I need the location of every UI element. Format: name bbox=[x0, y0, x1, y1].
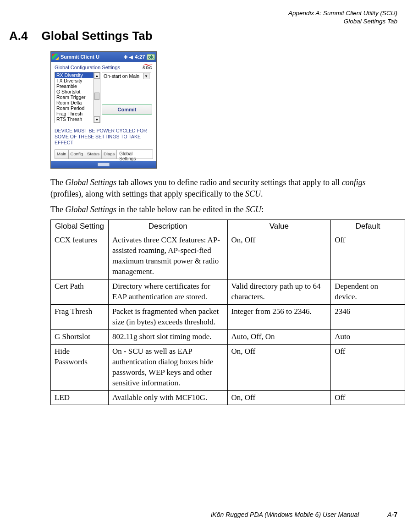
ok-button[interactable]: ok bbox=[147, 54, 155, 60]
table-cell: Hide Passwords bbox=[51, 344, 109, 390]
global-settings-list[interactable]: RX Diversity TX Diversity Preamble G Sho… bbox=[55, 72, 100, 123]
list-item[interactable]: G Shortslot bbox=[55, 89, 94, 94]
table-cell: On - SCU as well as EAP authentication d… bbox=[108, 344, 227, 390]
value-dropdown[interactable]: On-start on Main ▼ bbox=[102, 72, 151, 80]
pda-warning-message: DEVICE MUST BE POWER CYCLED FOR SOME OF … bbox=[55, 128, 153, 146]
pda-device: Summit Client U 4:27 ok Global Configura… bbox=[50, 51, 157, 169]
table-cell: Auto bbox=[331, 329, 405, 344]
list-item[interactable]: Preamble bbox=[55, 83, 94, 89]
table-cell: Valid directory path up to 64 characters… bbox=[227, 280, 331, 305]
table-cell: Off bbox=[331, 233, 405, 280]
table-cell: 2346 bbox=[331, 304, 405, 329]
table-cell: Activates three CCX features: AP-assiste… bbox=[108, 233, 227, 280]
keyboard-icon[interactable] bbox=[98, 163, 110, 166]
table-cell: Auto, Off, On bbox=[227, 329, 331, 344]
footer-title: iKôn Rugged PDA (Windows Mobile 6) User … bbox=[211, 511, 359, 518]
table-row: Hide PasswordsOn - SCU as well as EAP au… bbox=[51, 344, 405, 390]
table-cell: On, Off bbox=[227, 233, 331, 280]
paragraph-1: The Global Settings tab allows you to de… bbox=[50, 177, 397, 199]
sdc-logo: SDC bbox=[143, 63, 153, 70]
header-line2: Global Settings Tab bbox=[9, 17, 397, 26]
th-value: Value bbox=[227, 220, 331, 233]
page-number: A-7 bbox=[387, 511, 397, 518]
section-heading: A.4 Global Settings Tab bbox=[9, 29, 397, 43]
header-line1: Appendix A: Summit Client Utility (SCU) bbox=[9, 9, 397, 17]
chevron-down-icon[interactable]: ▼ bbox=[143, 73, 149, 79]
paragraph-2: The Global Settings in the table below c… bbox=[50, 204, 397, 215]
volume-icon[interactable] bbox=[129, 54, 133, 60]
table-cell: Off bbox=[331, 390, 405, 405]
table-cell: Directory where certificates for EAP aut… bbox=[108, 280, 227, 305]
table-cell: Cert Path bbox=[51, 280, 109, 305]
start-icon[interactable] bbox=[52, 54, 59, 60]
pda-window-title: Summit Client U bbox=[60, 54, 122, 60]
table-cell: G Shortslot bbox=[51, 329, 109, 344]
tab-diags[interactable]: Diags bbox=[101, 150, 117, 159]
table-cell: Dependent on device. bbox=[331, 280, 405, 305]
list-scrollbar[interactable]: ▲ ▼ bbox=[94, 72, 100, 123]
table-cell: Integer from 256 to 2346. bbox=[227, 304, 331, 329]
section-number: A.4 bbox=[9, 29, 28, 43]
pda-tabs: Main Config Status Diags Global Settings bbox=[55, 149, 153, 159]
pda-clock: 4:27 bbox=[135, 54, 145, 60]
scroll-thumb[interactable] bbox=[94, 93, 99, 100]
th-description: Description bbox=[108, 220, 227, 233]
table-cell: CCX features bbox=[51, 233, 109, 280]
pda-content: Global Configuration Settings SDC RX Div… bbox=[51, 62, 156, 161]
scroll-down-icon[interactable]: ▼ bbox=[94, 116, 100, 123]
scroll-up-icon[interactable]: ▲ bbox=[94, 72, 100, 79]
tab-global-settings[interactable]: Global Settings bbox=[116, 150, 153, 159]
list-item[interactable]: RX Diversity bbox=[55, 72, 94, 78]
th-setting: Global Setting bbox=[51, 220, 109, 233]
global-settings-table: Global Setting Description Value Default… bbox=[50, 219, 405, 405]
dropdown-value: On-start on Main bbox=[104, 73, 139, 79]
table-cell: 802.11g short slot timing mode. bbox=[108, 329, 227, 344]
list-item[interactable]: Frag Thresh bbox=[55, 111, 94, 116]
pda-titlebar: Summit Client U 4:27 ok bbox=[51, 52, 156, 62]
tab-config[interactable]: Config bbox=[68, 150, 85, 159]
table-cell: On, Off bbox=[227, 344, 331, 390]
tab-status[interactable]: Status bbox=[85, 150, 102, 159]
pda-figure: Summit Client U 4:27 ok Global Configura… bbox=[50, 51, 397, 169]
pda-bottombar bbox=[51, 161, 156, 168]
table-cell: Off bbox=[331, 344, 405, 390]
running-header: Appendix A: Summit Client Utility (SCU) … bbox=[9, 9, 397, 25]
table-header-row: Global Setting Description Value Default bbox=[51, 220, 405, 233]
section-title: Global Settings Tab bbox=[41, 29, 152, 43]
table-row: LEDAvailable only with MCF10G.On, OffOff bbox=[51, 390, 405, 405]
list-item[interactable]: RTS Thresh bbox=[55, 116, 94, 122]
table-cell: Packet is fragmented when packet size (i… bbox=[108, 304, 227, 329]
table-cell: LED bbox=[51, 390, 109, 405]
table-row: Frag ThreshPacket is fragmented when pac… bbox=[51, 304, 405, 329]
signal-icon[interactable] bbox=[124, 54, 127, 60]
table-row: G Shortslot802.11g short slot timing mod… bbox=[51, 329, 405, 344]
table-row: CCX featuresActivates three CCX features… bbox=[51, 233, 405, 280]
tab-main[interactable]: Main bbox=[55, 150, 69, 159]
page-footer: iKôn Rugged PDA (Windows Mobile 6) User … bbox=[211, 511, 397, 518]
list-item[interactable]: Roam Trigger bbox=[55, 94, 94, 100]
pda-caption: Global Configuration Settings bbox=[55, 65, 153, 70]
table-cell: On, Off bbox=[227, 390, 331, 405]
table-row: Cert PathDirectory where certificates fo… bbox=[51, 280, 405, 305]
th-default: Default bbox=[331, 220, 405, 233]
table-cell: Available only with MCF10G. bbox=[108, 390, 227, 405]
table-cell: Frag Thresh bbox=[51, 304, 109, 329]
commit-button[interactable]: Commit bbox=[102, 104, 152, 115]
list-item[interactable]: TX Diversity bbox=[55, 78, 94, 83]
list-item[interactable]: Roam Period bbox=[55, 105, 94, 111]
list-item[interactable]: Roam Delta bbox=[55, 100, 94, 105]
scroll-track[interactable] bbox=[94, 79, 100, 116]
